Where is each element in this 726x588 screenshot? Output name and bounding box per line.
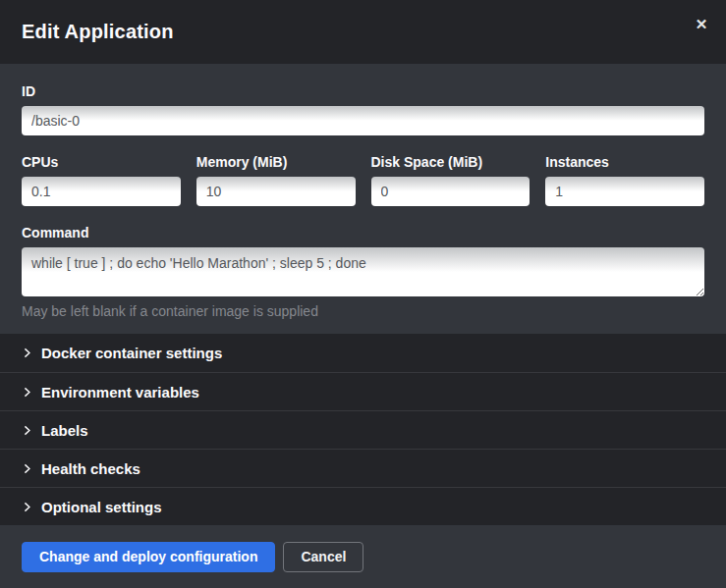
resources-row: CPUs Memory (MiB) Disk Space (MiB) Insta…	[22, 154, 704, 206]
id-field-group: ID	[22, 83, 704, 135]
chevron-right-icon	[22, 463, 32, 474]
command-help-text: May be left blank if a container image i…	[22, 303, 704, 319]
chevron-right-icon	[22, 502, 32, 512]
section-optional-settings[interactable]: Optional settings	[0, 487, 726, 525]
accordion-sections: Docker container settings Environment va…	[0, 334, 726, 525]
close-icon[interactable]: ✕	[691, 14, 712, 35]
chevron-right-icon	[22, 387, 32, 398]
instances-field-group: Instances	[545, 154, 704, 206]
instances-label: Instances	[545, 154, 704, 170]
cpus-field-group: CPUs	[22, 154, 181, 206]
section-label: Docker container settings	[41, 345, 222, 361]
cancel-button[interactable]: Cancel	[283, 542, 363, 572]
disk-input[interactable]	[371, 177, 531, 206]
section-label: Optional settings	[41, 499, 162, 515]
edit-application-modal: Edit Application ✕ ID CPUs Memory (MiB) …	[0, 0, 726, 588]
disk-field-group: Disk Space (MiB)	[371, 154, 531, 206]
disk-label: Disk Space (MiB)	[371, 154, 531, 170]
command-field-group: Command while [ true ] ; do echo 'Hello …	[22, 225, 704, 319]
chevron-right-icon	[22, 347, 32, 358]
section-label: Health checks	[41, 460, 140, 477]
memory-field-group: Memory (MiB)	[196, 154, 356, 206]
instances-input[interactable]	[545, 177, 704, 206]
section-environment-variables[interactable]: Environment variables	[0, 372, 726, 410]
section-label: Environment variables	[41, 384, 199, 401]
modal-header: Edit Application ✕	[0, 0, 726, 64]
cpus-label: CPUs	[22, 154, 181, 170]
memory-label: Memory (MiB)	[196, 154, 356, 170]
command-textarea[interactable]: while [ true ] ; do echo 'Hello Marathon…	[22, 247, 704, 296]
chevron-right-icon	[22, 425, 32, 436]
section-labels[interactable]: Labels	[0, 410, 726, 449]
id-label: ID	[22, 83, 704, 99]
page-title: Edit Application	[22, 21, 174, 43]
cpus-input[interactable]	[22, 177, 181, 206]
modal-footer: Change and deploy configuration Cancel	[0, 525, 726, 588]
id-input[interactable]	[22, 106, 704, 135]
section-docker-container-settings[interactable]: Docker container settings	[0, 334, 726, 372]
section-health-checks[interactable]: Health checks	[0, 449, 726, 487]
change-and-deploy-button[interactable]: Change and deploy configuration	[22, 542, 275, 572]
application-form: ID CPUs Memory (MiB) Disk Space (MiB) In…	[0, 64, 726, 334]
command-label: Command	[22, 225, 704, 241]
section-label: Labels	[41, 422, 88, 439]
memory-input[interactable]	[196, 177, 356, 206]
